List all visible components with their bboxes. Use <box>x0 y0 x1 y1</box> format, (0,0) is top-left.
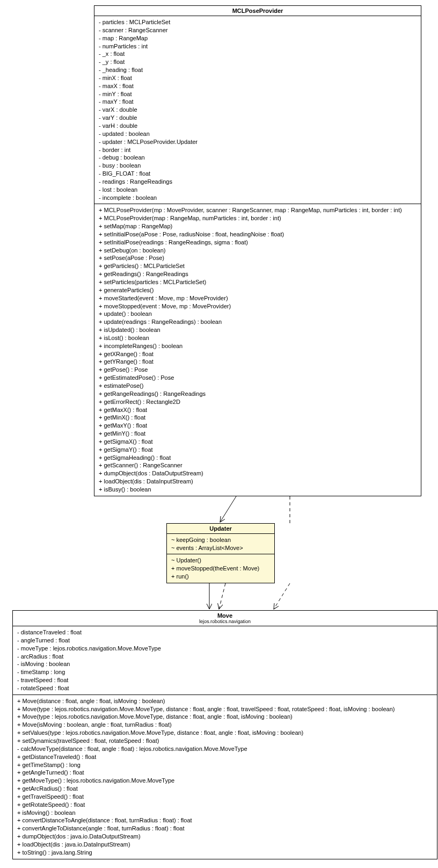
attributes-section: - distanceTraveled : float- angleTurned … <box>13 626 437 695</box>
attribute-row: - maxX : float <box>99 82 417 90</box>
attribute-row: ~ events : ArrayList<Move> <box>171 544 270 552</box>
operation-row: + setDynamics(travelSpeed : float, rotat… <box>17 737 433 745</box>
operation-row: + dumpObject(dos : java.io.DataOutputStr… <box>17 833 433 841</box>
operation-row: + loadObject(dis : java.io.DataInputStre… <box>17 841 433 849</box>
operation-row: + getRangeReadings() : RangeReadings <box>99 390 417 398</box>
operation-row: + generateParticles() <box>99 286 417 294</box>
class-move: Move lejos.robotics.navigation - distanc… <box>12 610 437 859</box>
svg-line-3 <box>219 583 225 609</box>
operation-row: + setParticles(particles : MCLParticleSe… <box>99 278 417 286</box>
attribute-row: - _y : float <box>99 58 417 66</box>
operation-row: + getErrorRect() : Rectangle2D <box>99 398 417 406</box>
class-mclposeprovider: MCLPoseProvider - particles : MCLParticl… <box>94 5 421 496</box>
attributes-section: - particles : MCLParticleSet- scanner : … <box>94 16 421 204</box>
operation-row: + getDistanceTraveled() : float <box>17 753 433 761</box>
connector-mcl-updater <box>5 496 438 523</box>
attribute-row: - updated : boolean <box>99 130 417 138</box>
operation-row: + moveStarted(event : Move, mp : MovePro… <box>99 294 417 302</box>
operation-row: + MCLPoseProvider(mp : MoveProvider, sca… <box>99 206 417 214</box>
connector-updater-move <box>5 583 438 610</box>
operation-row: + getEstimatedPose() : Pose <box>99 374 417 382</box>
svg-line-0 <box>220 496 236 522</box>
operation-row: ~ Updater() <box>171 556 270 565</box>
class-title: Move lejos.robotics.navigation <box>13 611 437 626</box>
attribute-row: - maxY : float <box>99 98 417 106</box>
attribute-row: - angleTurned : float <box>17 636 433 645</box>
operation-row: + getTravelSpeed() : float <box>17 793 433 801</box>
attribute-row: - varX : double <box>99 106 417 114</box>
attribute-row: - incomplete : boolean <box>99 194 417 202</box>
operation-row: + moveStopped(theEvent : Move) <box>171 565 270 573</box>
operation-row: + Move(distance : float, angle : float, … <box>17 697 433 705</box>
operation-row: + getParticles() : MCLParticleSet <box>99 262 417 270</box>
operation-row: + Move(isMoving : boolean, angle : float… <box>17 721 433 729</box>
operation-row: + getMaxX() : float <box>99 406 417 414</box>
operation-row: + getSigmaY() : float <box>99 446 417 454</box>
class-updater: Updater ~ keepGoing : boolean~ events : … <box>166 523 275 583</box>
class-name: Move <box>217 612 232 619</box>
attribute-row: - map : RangeMap <box>99 34 417 42</box>
attribute-row: - varH : double <box>99 122 417 130</box>
operation-row: + getScanner() : RangeScanner <box>99 461 417 469</box>
attribute-row: - readings : RangeReadings <box>99 178 417 186</box>
attribute-row: - isMoving : boolean <box>17 660 433 668</box>
operation-row: + isBusy() : boolean <box>99 486 417 494</box>
operation-row: + getRotateSpeed() : float <box>17 801 433 809</box>
operation-row: + dumpObject(dos : DataOutputStream) <box>99 469 417 478</box>
operation-row: + convertAngleToDistance(angle : float, … <box>17 824 433 833</box>
operation-row: + getPose() : Pose <box>99 366 417 374</box>
operation-row: + getSigmaX() : float <box>99 438 417 446</box>
class-title: MCLPoseProvider <box>94 6 421 16</box>
attribute-row: - _x : float <box>99 50 417 58</box>
attribute-row: - moveType : lejos.robotics.navigation.M… <box>17 645 433 653</box>
attribute-row: - scanner : RangeScanner <box>99 26 417 34</box>
class-package: lejos.robotics.navigation <box>16 619 434 624</box>
attribute-row: - arcRadius : float <box>17 653 433 661</box>
attribute-row: - particles : MCLParticleSet <box>99 18 417 26</box>
operation-row: + getMaxY() : float <box>99 422 417 430</box>
operation-row: - calcMoveType(distance : float, angle :… <box>17 745 433 753</box>
operation-row: + getReadings() : RangeReadings <box>99 270 417 278</box>
operation-row: + estimatePose() <box>99 382 417 390</box>
operation-row: + setValues(type : lejos.robotics.naviga… <box>17 729 433 737</box>
attribute-row: - minX : float <box>99 74 417 82</box>
operation-row: + convertDistanceToAngle(distance : floa… <box>17 816 433 824</box>
operation-row: + setDebug(on : boolean) <box>99 247 417 255</box>
operation-row: + isMoving() : boolean <box>17 809 433 817</box>
operation-row: + setInitialPose(readings : RangeReading… <box>99 238 417 247</box>
attribute-row: - border : int <box>99 146 417 154</box>
attribute-row: - numParticles : int <box>99 42 417 50</box>
operation-row: + getAngleTurned() : float <box>17 769 433 777</box>
attribute-row: - updater : MCLPoseProvider.Updater <box>99 138 417 146</box>
operations-section: + Move(distance : float, angle : float, … <box>13 695 437 859</box>
operation-row: + update(readings : RangeReadings) : boo… <box>99 318 417 326</box>
operation-row: + getSigmaHeading() : float <box>99 454 417 462</box>
operation-row: + getTimeStamp() : long <box>17 761 433 769</box>
operation-row: + update() : boolean <box>99 310 417 318</box>
operation-row: + toString() : java.lang.String <box>17 849 433 857</box>
class-title: Updater <box>167 524 274 534</box>
attribute-row: - distanceTraveled : float <box>17 628 433 636</box>
operation-row: + getMoveType() : lejos.robotics.navigat… <box>17 777 433 785</box>
attribute-row: ~ keepGoing : boolean <box>171 536 270 544</box>
operations-section: ~ Updater()+ moveStopped(theEvent : Move… <box>167 554 274 583</box>
operation-row: + incompleteRanges() : boolean <box>99 342 417 350</box>
operation-row: + setInitialPose(aPose : Pose, radiusNoi… <box>99 230 417 238</box>
operation-row: + getXRange() : float <box>99 350 417 358</box>
attribute-row: - debug : boolean <box>99 154 417 162</box>
attribute-row: - minY : float <box>99 90 417 98</box>
operation-row: + setMap(map : RangeMap) <box>99 222 417 230</box>
attribute-row: - travelSpeed : float <box>17 676 433 684</box>
operation-row: + setPose(aPose : Pose) <box>99 254 417 262</box>
operation-row: + MCLPoseProvider(map : RangeMap, numPar… <box>99 214 417 222</box>
operation-row: + getMinY() : float <box>99 430 417 438</box>
operation-row: + Move(type : lejos.robotics.navigation.… <box>17 705 433 713</box>
operation-row: + isUpdated() : boolean <box>99 326 417 334</box>
attribute-row: - _heading : float <box>99 66 417 74</box>
operations-section: + MCLPoseProvider(mp : MoveProvider, sca… <box>94 204 421 495</box>
attribute-row: - timeStamp : long <box>17 668 433 676</box>
svg-line-4 <box>274 583 290 609</box>
attribute-row: - rotateSpeed : float <box>17 684 433 692</box>
attribute-row: - BIG_FLOAT : float <box>99 170 417 178</box>
operation-row: + Move(type : lejos.robotics.navigation.… <box>17 713 433 721</box>
